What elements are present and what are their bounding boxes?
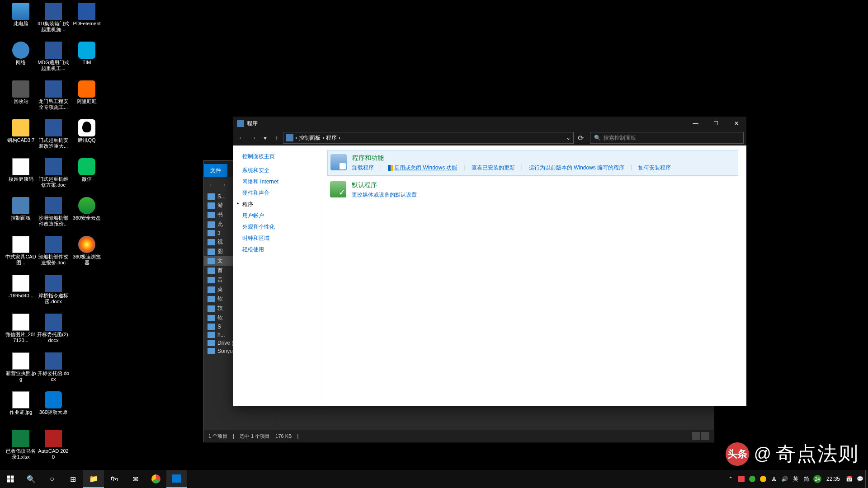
link-how-install[interactable]: 如何安装程序 xyxy=(638,164,671,172)
desktop-icon[interactable]: AutoCAD 2020 xyxy=(37,430,70,460)
section-title-default[interactable]: 默认程序 xyxy=(352,181,417,189)
nav-forward-icon[interactable]: → xyxy=(218,180,228,190)
nav-back-button[interactable]: ← xyxy=(236,132,247,143)
desktop-icon[interactable]: 360极速浏览器 xyxy=(71,236,103,266)
nav-item[interactable]: 系统和安全 xyxy=(233,165,319,176)
desktop-icon[interactable]: 360驱动大师 xyxy=(37,391,70,415)
tray-ime-mode[interactable]: 简 xyxy=(801,470,812,488)
desktop-icon[interactable]: 卸船机部件改造报价.doc xyxy=(37,236,70,266)
tray-clock[interactable]: 22:35 xyxy=(823,476,844,482)
file-icon xyxy=(78,3,95,20)
breadcrumb-path[interactable]: › 控制面板 › 程序 › ⌄ xyxy=(283,132,574,144)
nav-item[interactable]: 外观和个性化 xyxy=(233,221,319,233)
tray-app-icon[interactable] xyxy=(747,470,758,488)
desktop-icon[interactable]: 新营业执照.jpg xyxy=(5,352,37,382)
tray-overflow-icon[interactable]: ⌃ xyxy=(725,470,736,488)
nav-up-button[interactable]: ↑ xyxy=(271,132,282,143)
status-item-count: 1 个项目 xyxy=(208,433,227,440)
link-media-defaults[interactable]: 更改媒体或设备的默认设置 xyxy=(352,191,417,199)
desktop-icon[interactable]: 41t集装箱门式起重机施... xyxy=(37,3,70,33)
taskbar-store[interactable]: 🛍 xyxy=(104,470,125,488)
task-view-button[interactable]: ⊞ xyxy=(62,470,83,488)
desktop-icon[interactable]: 阿里旺旺 xyxy=(71,80,103,104)
desktop-icon[interactable]: 回收站 xyxy=(5,80,37,104)
view-tiles-icon[interactable] xyxy=(701,432,709,440)
desktop-icon[interactable]: 作业证.jpg xyxy=(5,391,37,415)
left-nav-header[interactable]: 控制面板主页 xyxy=(233,151,319,165)
search-placeholder: 搜索控制面板 xyxy=(604,134,636,142)
nav-item[interactable]: 程序 xyxy=(233,199,319,210)
search-box[interactable]: 🔍 搜索控制面板 xyxy=(590,132,744,144)
desktop-icon[interactable]: PDFelement xyxy=(71,3,103,27)
nav-back-icon[interactable]: ← xyxy=(207,180,217,190)
start-button[interactable] xyxy=(0,470,21,488)
link-view-updates[interactable]: 查看已安装的更新 xyxy=(472,164,515,172)
link-compat[interactable]: 运行为以前版本的 Windows 编写的程序 xyxy=(529,164,624,172)
tray-network-icon[interactable]: 🖧 xyxy=(769,470,779,488)
link-windows-features[interactable]: 启用或关闭 Windows 功能 xyxy=(394,164,457,171)
desktop-icon[interactable]: 微信 xyxy=(71,158,103,182)
breadcrumb-dropdown-icon[interactable]: ⌄ xyxy=(566,135,571,141)
desktop-icon[interactable]: 开标委托函.docx xyxy=(37,352,70,382)
nav-forward-button[interactable]: → xyxy=(248,132,259,143)
icon-label: 门式起重机安装改造重大... xyxy=(37,137,70,149)
file-icon xyxy=(12,158,29,175)
tray-ime-lang[interactable]: 英 xyxy=(790,470,801,488)
svg-rect-0 xyxy=(7,476,10,479)
desktop-icon[interactable]: 腾讯QQ xyxy=(71,119,103,143)
taskbar-mail[interactable]: ✉ xyxy=(125,470,146,488)
icon-label: 360安全云盘 xyxy=(71,215,103,221)
tray-app-icon[interactable] xyxy=(758,470,769,488)
desktop-icon[interactable]: 钢构CAD3.7 xyxy=(5,119,37,143)
close-button[interactable]: ✕ xyxy=(726,117,746,130)
nav-item[interactable]: 时钟和区域 xyxy=(233,233,319,244)
show-desktop-button[interactable] xyxy=(865,470,868,488)
desktop-icon[interactable]: 此电脑 xyxy=(5,3,37,27)
tray-action-center-icon[interactable]: 💬 xyxy=(854,470,865,488)
taskbar-settings[interactable] xyxy=(166,470,187,488)
file-icon xyxy=(12,80,29,98)
desktop-icon[interactable]: 开标委托函(2).docx xyxy=(37,314,70,343)
desktop-icon[interactable]: TIM xyxy=(71,42,103,66)
desktop-icon[interactable]: 微信图片_2017120... xyxy=(5,314,37,343)
desktop-icon[interactable]: 中式家具CAD图... xyxy=(5,236,37,266)
tray-badge[interactable]: 24 xyxy=(812,470,823,488)
explorer-tab-file[interactable]: 文件 xyxy=(204,164,227,177)
nav-dropdown-button[interactable]: ▾ xyxy=(259,132,270,143)
desktop-icon[interactable]: 门式起重机维修方案.doc xyxy=(37,158,70,188)
cortana-button[interactable]: ○ xyxy=(42,470,62,488)
tray-app-icon[interactable] xyxy=(736,470,747,488)
tray-volume-icon[interactable]: 🔊 xyxy=(779,470,790,488)
file-icon xyxy=(78,42,95,59)
desktop-icon[interactable]: 岸桥指令邀标函.docx xyxy=(37,275,70,305)
folder-icon xyxy=(208,348,215,354)
maximize-button[interactable]: ☐ xyxy=(706,117,726,130)
desktop-icon[interactable]: MDG通用门式起重机工... xyxy=(37,42,70,71)
breadcrumb-item[interactable]: 程序 xyxy=(326,134,337,142)
desktop-icon[interactable]: 门式起重机安装改造重大... xyxy=(37,119,70,149)
desktop-icon[interactable]: 控制面板 xyxy=(5,197,37,221)
tray-calendar-icon[interactable]: 📅 xyxy=(844,470,854,488)
breadcrumb-item[interactable]: 控制面板 xyxy=(299,134,321,142)
desktop-icon[interactable]: 已收倡议书名录1.xlsx xyxy=(5,430,37,460)
desktop-icon[interactable]: 校园健康码 xyxy=(5,158,37,182)
icon-label: 沙洲卸船机部件改造报价... xyxy=(37,215,70,227)
view-details-icon[interactable] xyxy=(692,432,700,440)
section-title-programs[interactable]: 程序和功能 xyxy=(352,154,671,162)
desktop-icon[interactable]: 网络 xyxy=(5,42,37,66)
refresh-button[interactable]: ⟳ xyxy=(575,132,586,144)
nav-item[interactable]: 网络和 Internet xyxy=(233,176,319,188)
window-titlebar[interactable]: 程序 — ☐ ✕ xyxy=(233,117,746,130)
minimize-button[interactable]: — xyxy=(685,117,706,130)
desktop-icon[interactable]: 沙洲卸船机部件改造报价... xyxy=(37,197,70,227)
nav-item[interactable]: 轻松使用 xyxy=(233,244,319,255)
taskbar-explorer[interactable]: 📁 xyxy=(83,470,104,488)
link-uninstall[interactable]: 卸载程序 xyxy=(352,164,374,172)
nav-item[interactable]: 用户帐户 xyxy=(233,210,319,221)
desktop-icon[interactable]: 360安全云盘 xyxy=(71,197,103,221)
taskbar-chrome[interactable] xyxy=(146,470,166,488)
desktop-icon[interactable]: 龙门吊工程安全专项施工... xyxy=(37,80,70,110)
nav-item[interactable]: 硬件和声音 xyxy=(233,188,319,199)
desktop-icon[interactable]: -1695d40... xyxy=(5,275,37,299)
search-button[interactable]: 🔍 xyxy=(21,470,42,488)
